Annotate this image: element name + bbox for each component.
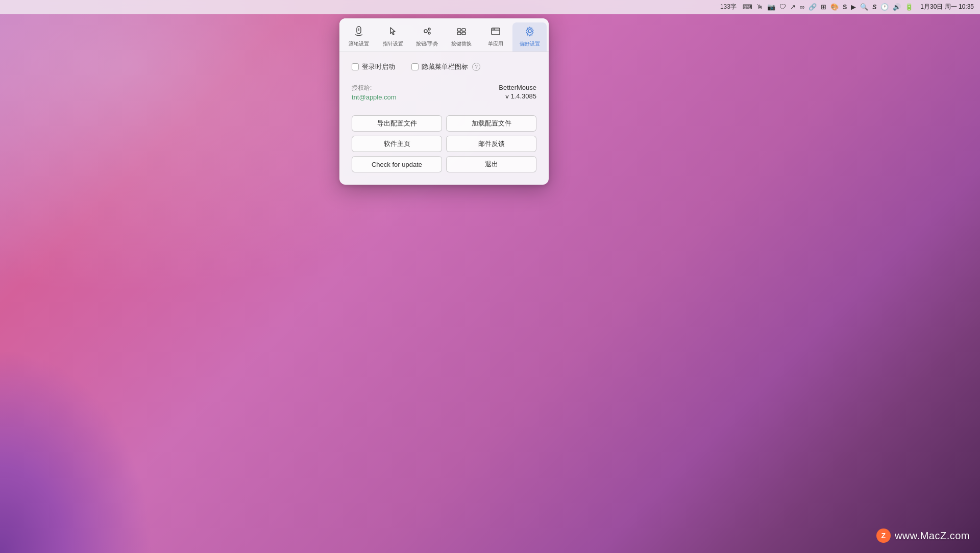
menubar-icon-clock: 🕐 <box>880 3 889 11</box>
tab-pointer[interactable]: 指针设置 <box>376 22 410 52</box>
svg-point-14 <box>528 30 531 33</box>
checkbox-login-label: 登录时启动 <box>362 62 395 71</box>
menubar-icon-search: 🔍 <box>860 3 868 11</box>
checkbox-login-box[interactable] <box>352 63 359 70</box>
menubar: 133字 ⌨ 🖱 📷 🛡 ↗ ∞ 🔗 ⊞ 🎨 S ▶ 🔍 S 🕐 🔊 🔋 1月3… <box>0 0 980 14</box>
svg-point-3 <box>428 28 430 30</box>
menubar-icon-play: ▶ <box>851 3 856 11</box>
tab-scroll[interactable]: 滚轮设置 <box>341 22 376 52</box>
svg-point-12 <box>493 29 494 30</box>
app-name: BetterMouse <box>499 84 536 91</box>
svg-rect-7 <box>462 29 465 31</box>
button-grid: 导出配置文件 加载配置文件 软件主页 邮件反馈 Check for update… <box>352 115 536 172</box>
menubar-icon-battery: 🔋 <box>905 3 913 11</box>
tab-apps-icon <box>490 26 501 38</box>
menubar-icon-infinity: ∞ <box>800 3 804 11</box>
check-update-button[interactable]: Check for update <box>352 156 442 172</box>
tab-prefs-label: 偏好设置 <box>520 40 540 47</box>
watermark: Z www.MacZ.com <box>876 529 970 543</box>
tab-buttons-icon <box>422 26 433 38</box>
watermark-icon: Z <box>876 529 891 543</box>
tab-remap-icon <box>456 26 467 38</box>
content-area: 登录时启动 隐藏菜单栏图标 ? 授权给: tnt@apple.com Bette… <box>339 52 549 185</box>
menubar-icon-volume: 🔊 <box>893 3 901 11</box>
tab-pointer-label: 指针设置 <box>383 40 403 47</box>
menubar-icon-s2: S <box>872 4 876 11</box>
tab-apps[interactable]: 单应用 <box>478 22 512 52</box>
license-email: tnt@apple.com <box>352 93 397 101</box>
menubar-icon-grid: ⊞ <box>821 3 826 11</box>
license-block: 授权给: tnt@apple.com <box>352 84 397 101</box>
svg-point-4 <box>428 32 430 34</box>
feedback-button[interactable]: 邮件反馈 <box>446 136 536 152</box>
popup-window: 滚轮设置 指针设置 按钮/手势 <box>339 18 549 185</box>
checkbox-hide-menu-box[interactable] <box>411 63 419 70</box>
menubar-icon-s1: S <box>843 4 847 11</box>
tab-scroll-icon <box>353 26 364 38</box>
tab-buttons[interactable]: 按钮/手势 <box>410 22 444 52</box>
svg-rect-9 <box>462 32 465 35</box>
homepage-button[interactable]: 软件主页 <box>352 136 442 152</box>
license-label: 授权给: <box>352 84 397 92</box>
help-icon[interactable]: ? <box>472 63 480 71</box>
char-count: 133字 <box>720 3 737 11</box>
tab-remap[interactable]: 按键替换 <box>444 22 478 52</box>
menubar-icon-arrow: ↗ <box>790 3 796 11</box>
tab-prefs-icon <box>524 26 535 38</box>
menubar-icon-mouse: 🖱 <box>756 3 763 11</box>
checkbox-row: 登录时启动 隐藏菜单栏图标 ? <box>352 62 536 71</box>
tab-pointer-icon <box>387 26 399 38</box>
tab-remap-label: 按键替换 <box>451 40 472 47</box>
menubar-icon-keyboard: ⌨ <box>743 3 752 11</box>
tab-scroll-label: 滚轮设置 <box>349 40 369 47</box>
menubar-icon-color: 🎨 <box>830 3 839 11</box>
tab-bar: 滚轮设置 指针设置 按钮/手势 <box>339 18 549 52</box>
menubar-datetime: 1月30日 周一 10:35 <box>920 3 974 11</box>
watermark-text: www.MacZ.com <box>895 530 970 542</box>
checkbox-hide-menu[interactable]: 隐藏菜单栏图标 ? <box>411 62 480 71</box>
svg-point-13 <box>494 29 495 30</box>
menubar-icon-camera: 📷 <box>767 3 775 11</box>
checkbox-hide-menu-label: 隐藏菜单栏图标 <box>422 62 468 71</box>
menubar-right: 133字 ⌨ 🖱 📷 🛡 ↗ ∞ 🔗 ⊞ 🎨 S ▶ 🔍 S 🕐 🔊 🔋 1月3… <box>720 3 974 11</box>
svg-point-2 <box>424 30 427 33</box>
about-section: 授权给: tnt@apple.com BetterMouse v 1.4.308… <box>352 82 536 103</box>
app-version: v 1.4.3085 <box>505 92 536 100</box>
tab-apps-label: 单应用 <box>488 40 503 47</box>
app-info: BetterMouse v 1.4.3085 <box>499 84 536 100</box>
svg-rect-6 <box>457 29 461 31</box>
menubar-icon-shield: 🛡 <box>779 3 786 11</box>
tab-prefs[interactable]: 偏好设置 <box>512 22 547 52</box>
load-config-button[interactable]: 加载配置文件 <box>446 115 536 132</box>
checkbox-login[interactable]: 登录时启动 <box>352 62 395 71</box>
quit-button[interactable]: 退出 <box>446 156 536 172</box>
tab-buttons-label: 按钮/手势 <box>416 40 438 47</box>
export-config-button[interactable]: 导出配置文件 <box>352 115 442 132</box>
svg-rect-8 <box>457 32 461 35</box>
menubar-icon-link: 🔗 <box>808 3 817 11</box>
